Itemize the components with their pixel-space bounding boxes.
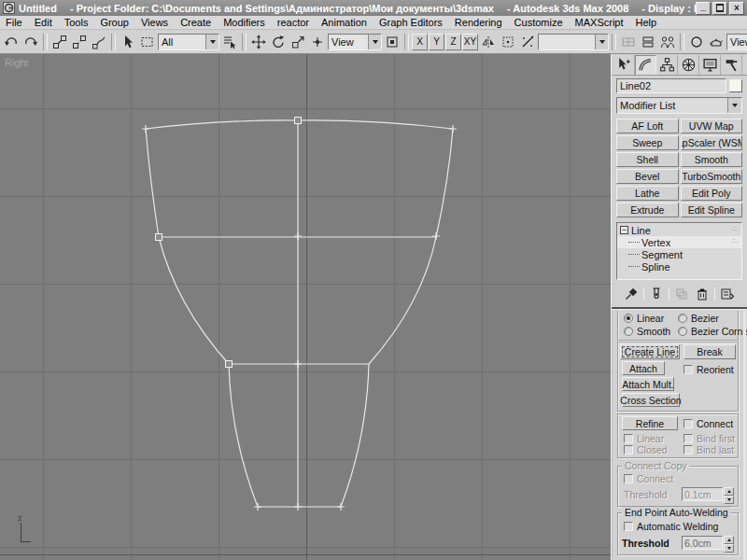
undo-icon[interactable]: [2, 33, 21, 51]
make-unique-icon[interactable]: [673, 286, 690, 302]
reference-coordinate-dropdown[interactable]: View: [328, 34, 382, 50]
selection-filter-dropdown[interactable]: All: [158, 34, 219, 50]
render-setup-icon[interactable]: [707, 33, 726, 51]
modifier-list-dropdown[interactable]: Modifier List: [616, 97, 742, 114]
modifier-button-extrude[interactable]: Extrude: [616, 203, 679, 217]
radio-bezier-corner[interactable]: Bezier Corner: [678, 326, 747, 337]
modifier-button-shell[interactable]: Shell: [616, 152, 679, 167]
menu-animation[interactable]: Animation: [321, 17, 367, 28]
named-selection-sets-dropdown[interactable]: [538, 34, 609, 50]
tab-modify[interactable]: [635, 55, 656, 75]
material-editor-icon[interactable]: [687, 33, 706, 51]
modifier-button-set: AF Loft UVW Map Sweep apScaler (WSM Shel…: [616, 119, 742, 217]
stack-row-spline[interactable]: Spline: [617, 260, 741, 273]
menu-views[interactable]: Views: [141, 17, 168, 28]
unlink-selection-icon[interactable]: [70, 33, 89, 51]
spline-shape[interactable]: [0, 54, 611, 560]
reorient-checkbox[interactable]: Reorient: [684, 364, 734, 375]
radio-bezier[interactable]: Bezier: [678, 313, 719, 324]
modifier-button-bevel[interactable]: Bevel: [616, 169, 679, 184]
collapse-icon[interactable]: −: [620, 226, 628, 234]
bind-to-space-warp-icon[interactable]: [90, 33, 108, 51]
radio-linear[interactable]: Linear: [624, 313, 664, 324]
tab-create[interactable]: [613, 55, 635, 75]
menu-create[interactable]: Create: [180, 17, 211, 28]
viewport-right[interactable]: Right z: [0, 54, 611, 560]
radio-smooth[interactable]: Smooth: [624, 326, 670, 337]
window-title: Untitled - Project Folder: C:\Documents …: [19, 3, 696, 14]
menu-customize[interactable]: Customize: [514, 17, 563, 28]
edit-named-selections-icon[interactable]: [619, 33, 638, 51]
menu-help[interactable]: Help: [636, 17, 657, 28]
cross-section-button[interactable]: Cross Section: [622, 393, 680, 407]
menu-maxscript[interactable]: MAXScript: [575, 17, 624, 28]
schematic-view-icon[interactable]: [658, 33, 677, 51]
modifier-button-turbosmooth[interactable]: TurboSmooth: [681, 169, 743, 184]
menu-reactor[interactable]: reactor: [277, 17, 309, 28]
mirror-icon[interactable]: [479, 33, 498, 51]
minimize-button[interactable]: _: [696, 2, 711, 15]
pin-stack-icon[interactable]: [623, 286, 640, 302]
toolbar-separator: [680, 34, 684, 50]
attach-button[interactable]: Attach: [622, 361, 665, 375]
menu-graph-editors[interactable]: Graph Editors: [379, 17, 443, 28]
modifier-button-edit-poly[interactable]: Edit Poly: [681, 186, 743, 201]
stack-row-vertex[interactable]: Vertex ∴: [617, 236, 741, 248]
object-name-field[interactable]: Line02: [616, 78, 726, 93]
tab-motion[interactable]: [678, 55, 699, 75]
tab-utilities[interactable]: [721, 55, 742, 75]
automatic-welding-checkbox[interactable]: Automatic Welding: [624, 521, 718, 532]
break-button[interactable]: Break: [684, 344, 736, 359]
tab-hierarchy[interactable]: [656, 55, 678, 75]
show-end-result-icon[interactable]: [648, 286, 665, 302]
layer-manager-icon[interactable]: [639, 33, 657, 51]
close-button[interactable]: ×: [729, 2, 744, 15]
modifier-button-smooth[interactable]: Smooth: [681, 152, 743, 167]
refine-button[interactable]: Refine: [622, 416, 678, 430]
select-and-link-icon[interactable]: [50, 33, 69, 51]
selection-region-icon[interactable]: [138, 33, 157, 51]
auto-weld-threshold-field[interactable]: 6.0cm: [682, 536, 723, 550]
modifier-button-uvw-map[interactable]: UVW Map: [681, 119, 743, 133]
snap-toggle-icon[interactable]: [499, 33, 517, 51]
restrict-x-button[interactable]: X: [412, 34, 428, 50]
select-and-move-icon[interactable]: [249, 33, 268, 51]
modifier-button-mapscaler[interactable]: apScaler (WSM: [681, 135, 743, 150]
stack-row-line[interactable]: − Line ∴: [617, 224, 741, 236]
render-type-dropdown[interactable]: View: [726, 34, 747, 50]
connect-checkbox[interactable]: Connect: [684, 418, 733, 429]
menu-tools[interactable]: Tools: [64, 17, 89, 28]
object-color-swatch[interactable]: [729, 79, 742, 92]
spinner-snap-icon[interactable]: [518, 33, 537, 51]
viewport-label[interactable]: Right: [5, 57, 29, 68]
menu-rendering[interactable]: Rendering: [455, 17, 502, 28]
select-and-rotate-icon[interactable]: [269, 33, 288, 51]
configure-modifier-sets-icon[interactable]: [719, 286, 736, 302]
attach-mult-button[interactable]: Attach Mult.: [622, 377, 674, 391]
select-and-scale-icon[interactable]: [289, 33, 307, 51]
menu-modifiers[interactable]: Modifiers: [223, 17, 265, 28]
redo-icon[interactable]: [21, 33, 40, 51]
restrict-y-button[interactable]: Y: [429, 34, 444, 50]
stack-row-segment[interactable]: Segment: [617, 248, 741, 260]
tab-display[interactable]: [699, 55, 721, 75]
select-object-icon[interactable]: [119, 33, 137, 51]
restrict-xy-plane-button[interactable]: XY: [462, 34, 478, 50]
menu-file[interactable]: File: [6, 17, 22, 28]
remove-modifier-icon[interactable]: [694, 286, 711, 302]
menu-edit[interactable]: Edit: [35, 17, 52, 28]
menu-group[interactable]: Group: [100, 17, 129, 28]
auto-weld-threshold-spinner[interactable]: [724, 536, 734, 550]
create-line-button[interactable]: Create Line: [620, 344, 680, 359]
modifier-button-lathe[interactable]: Lathe: [616, 186, 679, 201]
modifier-button-sweep[interactable]: Sweep: [616, 135, 679, 150]
select-and-manipulate-icon[interactable]: [308, 33, 327, 51]
modifier-button-edit-spline[interactable]: Edit Spline: [681, 203, 743, 217]
use-pivot-point-center-icon[interactable]: [383, 33, 402, 51]
restore-button[interactable]: [712, 2, 727, 15]
modifier-stack: − Line ∴ Vertex ∴ Segment Spline: [616, 222, 742, 280]
modifier-button-af-loft[interactable]: AF Loft: [616, 119, 679, 133]
select-by-name-icon[interactable]: [220, 33, 239, 51]
rollout-scrollbar[interactable]: [743, 311, 746, 560]
restrict-z-button[interactable]: Z: [445, 34, 461, 50]
